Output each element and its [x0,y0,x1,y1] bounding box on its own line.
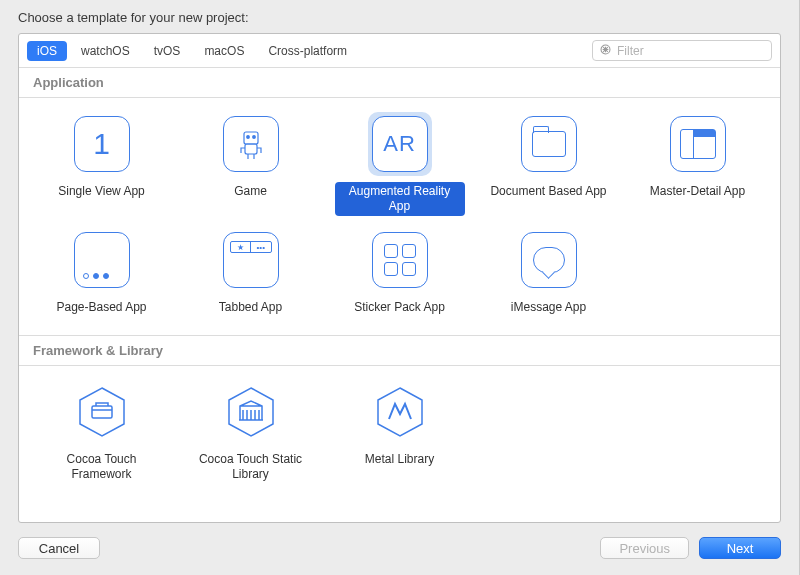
static-library-icon [223,384,279,440]
filter-input[interactable] [617,44,765,58]
template-cocoa-touch-framework[interactable]: Cocoa Touch Framework [27,376,176,488]
tab-crossplatform[interactable]: Cross-platform [258,41,357,61]
svg-rect-1 [244,132,258,144]
tab-macos[interactable]: macOS [194,41,254,61]
template-metal-library[interactable]: Metal Library [325,376,474,488]
filter-icon [599,43,612,59]
new-project-sheet: Choose a template for your new project: … [0,0,800,575]
metal-icon [372,384,428,440]
imessage-icon [521,232,577,288]
template-label: Game [230,182,271,201]
template-label: Document Based App [486,182,610,201]
game-icon [223,116,279,172]
footer-bar: Cancel Previous Next [0,523,799,575]
tab-ios[interactable]: iOS [27,41,67,61]
template-label: Page-Based App [52,298,150,317]
next-button[interactable]: Next [699,537,781,559]
template-label: Cocoa Touch Static Library [186,450,316,484]
template-page-based[interactable]: Page-Based App [27,224,176,321]
page-based-icon [74,232,130,288]
section-application-header: Application [19,67,780,98]
framework-icon [74,384,130,440]
template-label: Single View App [54,182,149,201]
cancel-button[interactable]: Cancel [18,537,100,559]
master-detail-icon [670,116,726,172]
sticker-icon [372,232,428,288]
template-cocoa-touch-static[interactable]: Cocoa Touch Static Library [176,376,325,488]
tabbed-icon: ★••• [223,232,279,288]
svg-rect-4 [245,144,257,154]
template-tabbed[interactable]: ★••• Tabbed App [176,224,325,321]
template-label: Cocoa Touch Framework [37,450,167,484]
svg-point-3 [252,136,255,139]
platform-tabbar: iOS watchOS tvOS macOS Cross-platform [19,34,780,67]
document-icon [521,116,577,172]
svg-marker-5 [80,388,124,436]
filter-field[interactable] [592,40,772,61]
tab-tvos[interactable]: tvOS [144,41,191,61]
template-chooser: iOS watchOS tvOS macOS Cross-platform Ap… [18,33,781,523]
tab-watchos[interactable]: watchOS [71,41,140,61]
template-document-based[interactable]: Document Based App [474,108,623,220]
template-augmented-reality[interactable]: AR Augmented Reality App [325,108,474,220]
template-game[interactable]: Game [176,108,325,220]
template-sticker-pack[interactable]: Sticker Pack App [325,224,474,321]
template-label: Metal Library [361,450,438,469]
template-label: Tabbed App [215,298,286,317]
ar-icon: AR [372,116,428,172]
section-framework-header: Framework & Library [19,335,780,366]
prompt-label: Choose a template for your new project: [0,0,799,33]
framework-grid: Cocoa Touch Framework Cocoa Touch Static… [19,366,780,502]
template-label: Sticker Pack App [350,298,449,317]
svg-rect-6 [92,406,112,418]
single-view-icon: 1 [74,116,130,172]
template-label: Master-Detail App [646,182,749,201]
template-single-view[interactable]: 1 Single View App [27,108,176,220]
svg-point-2 [246,136,249,139]
template-label: Augmented Reality App [335,182,465,216]
previous-button[interactable]: Previous [600,537,689,559]
application-grid: 1 Single View App Game AR Augmented Real… [19,98,780,335]
template-imessage[interactable]: iMessage App [474,224,623,321]
template-master-detail[interactable]: Master-Detail App [623,108,772,220]
template-label: iMessage App [507,298,590,317]
